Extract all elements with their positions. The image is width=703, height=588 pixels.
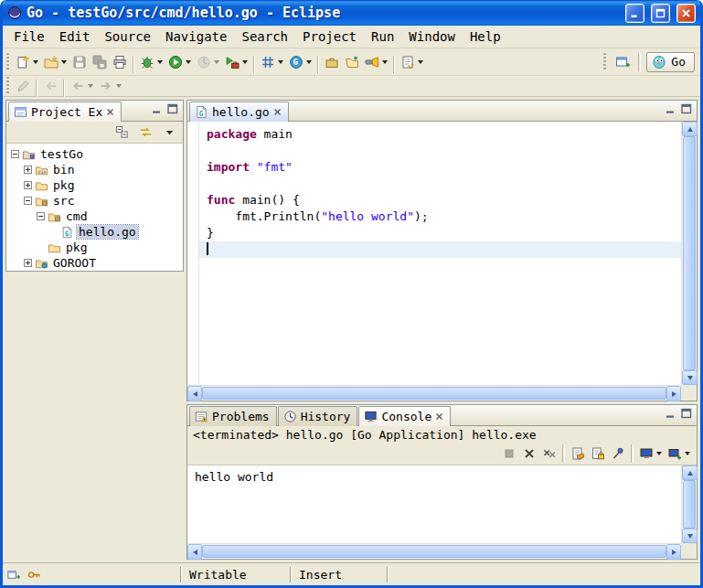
expander-minus-icon[interactable] (11, 150, 19, 158)
scroll-down-button[interactable] (682, 370, 698, 385)
code-line[interactable] (199, 176, 681, 192)
annotation-button[interactable] (398, 51, 426, 73)
view-maximize-icon[interactable] (166, 103, 179, 114)
toolbar-grip[interactable] (603, 53, 606, 71)
external-tools-button[interactable] (222, 51, 250, 73)
editor-vertical-scrollbar[interactable] (681, 122, 697, 385)
scrollbar-thumb[interactable] (683, 136, 696, 370)
debug-button[interactable] (137, 51, 165, 73)
link-editor-button[interactable] (136, 122, 155, 143)
expander-minus-icon[interactable] (24, 197, 32, 205)
terminate-button[interactable] (499, 443, 519, 465)
close-icon[interactable] (435, 412, 443, 421)
dropdown-arrow-icon[interactable] (685, 452, 690, 455)
code-line[interactable]: package main (199, 126, 681, 143)
close-button[interactable] (676, 4, 696, 23)
dropdown-arrow-icon[interactable] (186, 60, 191, 64)
console-vertical-scrollbar[interactable] (681, 465, 697, 543)
project-tree[interactable]: testGo010binpkgsrccmdGhello.gopkgGOROOT (6, 144, 183, 271)
dropdown-arrow-icon[interactable] (418, 60, 423, 64)
dropdown-arrow-icon[interactable] (656, 452, 662, 455)
dropdown-arrow-icon[interactable] (382, 60, 388, 64)
maximize-button[interactable] (651, 4, 670, 23)
profile-button[interactable] (194, 51, 222, 73)
tree-item-bin[interactable]: 010bin (6, 162, 183, 177)
dropdown-arrow-icon[interactable] (116, 84, 122, 88)
scroll-up-button[interactable] (682, 122, 698, 136)
tab-console[interactable]: Console (358, 406, 451, 426)
view-minimize-icon[interactable] (665, 408, 677, 419)
dropdown-arrow-icon[interactable] (157, 60, 163, 64)
expander-minus-icon[interactable] (37, 212, 45, 220)
remove-launch-button[interactable] (519, 443, 539, 465)
open-perspective-button[interactable] (612, 51, 633, 73)
menu-window[interactable]: Window (401, 27, 463, 47)
menu-help[interactable]: Help (463, 27, 508, 47)
go-perspective-button[interactable]: Go (646, 52, 695, 72)
close-icon[interactable] (106, 108, 114, 116)
scroll-left-button[interactable] (187, 386, 202, 401)
menu-run[interactable]: Run (364, 27, 401, 47)
expander-plus-icon[interactable] (24, 166, 32, 174)
toolbar-grip[interactable] (6, 77, 9, 95)
tree-item-src[interactable]: src (6, 193, 183, 208)
back-edit-button[interactable] (40, 75, 60, 97)
menu-search[interactable]: Search (234, 27, 295, 47)
last-edit-location-button[interactable] (13, 75, 33, 97)
scroll-left-button[interactable] (187, 544, 202, 560)
expander-plus-icon[interactable] (24, 181, 32, 189)
search-button[interactable] (362, 51, 390, 73)
scrollbar-track[interactable] (682, 480, 697, 529)
save-all-button[interactable] (90, 51, 110, 73)
fast-view-icon[interactable] (6, 568, 21, 582)
code-line[interactable]: fmt.Println("hello world"); (199, 208, 681, 225)
close-icon[interactable] (273, 108, 282, 116)
view-menu-button[interactable] (160, 122, 179, 143)
tree-item-goroot[interactable]: GOROOT (6, 255, 183, 271)
tree-item-cmd[interactable]: cmd (6, 208, 183, 224)
minimize-button[interactable] (625, 4, 644, 23)
scrollbar-track[interactable] (202, 544, 666, 559)
dropdown-arrow-icon[interactable] (242, 60, 248, 64)
remove-all-launches-button[interactable] (539, 443, 559, 465)
menu-edit[interactable]: Edit (52, 27, 98, 47)
console-horizontal-scrollbar[interactable] (187, 543, 681, 559)
dropdown-arrow-icon[interactable] (214, 60, 219, 64)
scrollbar-track[interactable] (682, 136, 697, 370)
back-button[interactable] (68, 75, 96, 97)
code-line[interactable] (199, 143, 681, 159)
clear-console-button[interactable] (568, 443, 588, 465)
dropdown-arrow-icon[interactable] (306, 60, 312, 64)
tree-item-pkg[interactable]: pkg (6, 240, 183, 255)
open-task-button[interactable] (322, 51, 342, 73)
menu-project[interactable]: Project (295, 27, 364, 47)
new-folder-button[interactable] (41, 51, 69, 73)
key-binding-icon[interactable] (27, 568, 41, 582)
display-console-button[interactable] (636, 443, 665, 465)
scroll-down-button[interactable] (682, 529, 698, 543)
collapse-all-button[interactable] (112, 122, 132, 143)
view-minimize-icon[interactable] (665, 103, 677, 114)
code-line[interactable]: import "fmt" (199, 159, 681, 176)
pin-console-button[interactable] (608, 443, 628, 465)
scroll-lock-button[interactable] (588, 443, 608, 465)
scrollbar-thumb[interactable] (683, 480, 696, 529)
toolbar-grip[interactable] (6, 53, 9, 71)
code-line[interactable]: } (199, 225, 681, 241)
print-button[interactable] (110, 51, 130, 73)
go-build-button[interactable]: G (286, 51, 314, 73)
tree-item-pkg[interactable]: pkg (6, 177, 183, 193)
dropdown-arrow-icon[interactable] (33, 60, 38, 64)
title-bar[interactable]: Go - testGo/src/cmd/hello.go - Eclipse (3, 0, 700, 26)
tab-project-explorer[interactable]: Project Ex (8, 102, 122, 122)
menu-file[interactable]: File (6, 27, 52, 47)
code-line-current[interactable] (199, 241, 681, 258)
menu-navigate[interactable]: Navigate (158, 27, 234, 47)
tree-item-testgo[interactable]: testGo (6, 146, 183, 162)
save-button[interactable] (69, 51, 90, 73)
code-editor[interactable]: package mainimport "fmt"func main() { fm… (199, 122, 681, 385)
scroll-up-button[interactable] (682, 465, 698, 480)
expander-plus-icon[interactable] (24, 259, 32, 267)
open-console-button[interactable] (665, 443, 693, 465)
dropdown-arrow-icon[interactable] (278, 60, 283, 64)
